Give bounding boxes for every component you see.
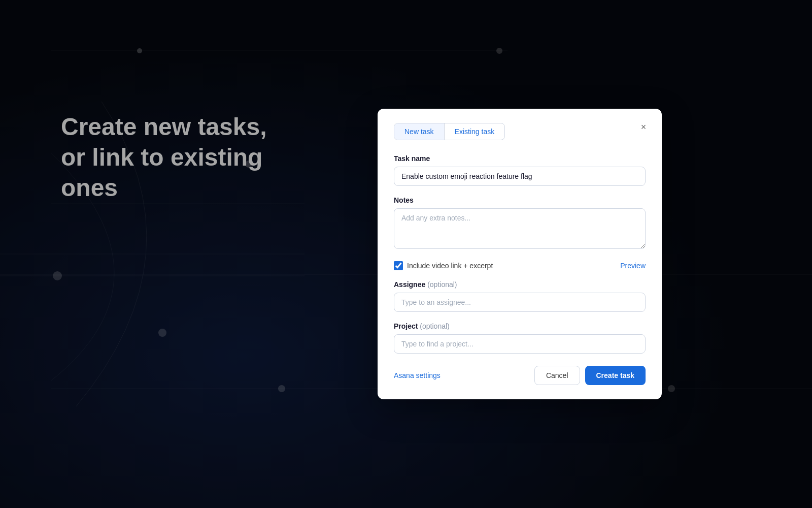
tab-existing-task[interactable]: Existing task xyxy=(445,123,505,140)
assignee-label: Assignee (optional) xyxy=(394,280,646,289)
task-name-input[interactable] xyxy=(394,167,646,186)
task-name-label: Task name xyxy=(394,154,646,163)
project-field-group: Project (optional) xyxy=(394,322,646,354)
include-video-label: Include video link + excerpt xyxy=(407,262,493,270)
checkbox-left: Include video link + excerpt xyxy=(394,261,493,270)
cancel-button[interactable]: Cancel xyxy=(534,366,580,385)
assignee-field-group: Assignee (optional) xyxy=(394,280,646,312)
modal-tabs: New task Existing task xyxy=(394,123,505,140)
include-video-row: Include video link + excerpt Preview xyxy=(394,261,646,270)
task-name-field-group: Task name xyxy=(394,154,646,186)
footer-buttons: Cancel Create task xyxy=(534,366,646,385)
project-optional: (optional) xyxy=(420,322,449,330)
assignee-optional: (optional) xyxy=(427,280,457,289)
notes-field-group: Notes xyxy=(394,196,646,251)
create-task-button[interactable]: Create task xyxy=(585,366,646,385)
include-video-checkbox[interactable] xyxy=(394,261,403,270)
close-icon: × xyxy=(641,122,647,133)
asana-settings-link[interactable]: Asana settings xyxy=(394,371,441,379)
modal-dialog: × New task Existing task Task name Notes… xyxy=(378,109,662,399)
project-label: Project (optional) xyxy=(394,322,646,330)
notes-textarea[interactable] xyxy=(394,208,646,249)
modal-footer: Asana settings Cancel Create task xyxy=(394,366,646,385)
tab-new-task[interactable]: New task xyxy=(394,123,445,140)
preview-link[interactable]: Preview xyxy=(620,262,646,270)
notes-label: Notes xyxy=(394,196,646,204)
project-input[interactable] xyxy=(394,334,646,354)
assignee-input[interactable] xyxy=(394,293,646,312)
close-button[interactable]: × xyxy=(635,119,652,135)
